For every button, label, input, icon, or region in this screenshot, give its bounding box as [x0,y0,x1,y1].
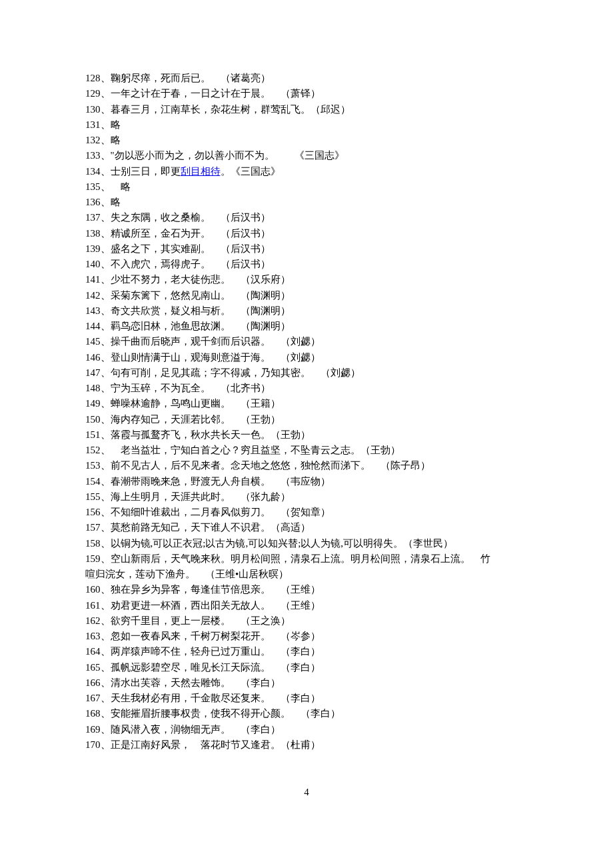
line-text: 一年之计在于春，一日之计在于晨。 （萧铎） [111,88,320,99]
line-number: 138 [85,228,101,239]
line-text: 劝君更进一杯酒，西出阳关无故人。 （王维） [111,600,320,611]
line-text: 以铜为镜,可以正衣冠;以古为镜,可以知兴替;以人为镜,可以明得失。（李世民） [111,538,454,549]
line-text: 欲穷千里目，更上一层楼。 （王之涣） [111,615,291,626]
text-line: 148、宁为玉碎，不为瓦全。 （北齐书） [85,381,528,396]
text-line: 147、句有可削，足见其疏；字不得减，乃知其密。 （刘勰） [85,365,528,381]
text-line: 141、少壮不努力，老大徒伤悲。 （汉乐府） [85,272,528,287]
text-line: 167、天生我材必有用，千金散尽还复来。 （李白） [85,691,528,706]
line-number: 170 [85,739,101,750]
line-number: 131 [85,119,101,130]
text-line: 162、欲穷千里目，更上一层楼。 （王之涣） [85,613,528,629]
text-line: 149、蝉噪林逾静，鸟鸣山更幽。 （王籍） [85,396,528,411]
text-line: 145、操千曲而后晓声，观千剑而后识器。 （刘勰） [85,334,528,349]
line-text: 句有可削，足见其疏；字不得减，乃知其密。 （刘勰） [111,367,360,378]
line-text: 落霞与孤鹜齐飞，秋水共长天一色。（王勃） [111,429,310,440]
line-text: 鞠躬尽瘁，死而后已。 （诸葛亮） [111,73,271,83]
line-text: 略 [111,135,121,145]
line-number: 137 [85,212,101,223]
line-number: 161 [85,600,101,611]
line-number: 147 [85,367,101,378]
document-page: 128、鞠躬尽瘁，死而后已。 （诸葛亮）129、一年之计在于春，一日之计在于晨。… [0,0,613,827]
line-number: 142 [85,290,101,301]
text-line: 163、忽如一夜春风来，千树万树梨花开。 （岑参） [85,629,528,644]
text-line: 143、奇文共欣赏，疑义相与析。 （陶渊明） [85,303,528,319]
text-line: 喧归浣女，莲动下渔舟。 （王维•山居秋暝） [85,567,528,582]
line-text-pre: 士别三日，即更 [111,166,181,177]
text-line: 156、不知细叶谁裁出，二月春风似剪刀。 （贺知章） [85,505,528,520]
line-number: 158 [85,538,101,549]
line-number: 145 [85,336,101,347]
line-number: 146 [85,352,101,363]
line-number: 160 [85,584,101,595]
line-text: 天生我材必有用，千金散尽还复来。 （李白） [111,693,320,703]
text-line: 129、一年之计在于春，一日之计在于晨。 （萧铎） [85,86,528,101]
line-text: 老当益壮，宁知白首之心？穷且益坚，不坠青云之志。（王勃） [111,445,400,455]
line-text: 海内存知己，天涯若比邻。 （王勃） [111,414,281,425]
text-line: 133、"勿以恶小而为之，勿以善小而不为。 《三国志》 [85,148,528,163]
line-number: 155 [85,491,101,502]
line-text: 盛名之下，其实难副。 （后汉书） [111,243,271,254]
line-number: 143 [85,305,101,316]
line-text: 正是江南好风景， 落花时节又逢君。（杜甫） [111,739,320,750]
line-text: 失之东隅，收之桑榆。 （后汉书） [111,212,271,223]
text-line: 137、失之东隅，收之桑榆。 （后汉书） [85,210,528,225]
line-number: 165 [85,662,101,673]
text-line: 161、劝君更进一杯酒，西出阳关无故人。 （王维） [85,598,528,613]
line-text: 蝉噪林逾静，鸟鸣山更幽。 （王籍） [111,398,281,409]
text-line: 139、盛名之下，其实难副。 （后汉书） [85,241,528,257]
text-line: 138、精诚所至，金石为开。 （后汉书） [85,226,528,241]
text-line: 131、略 [85,117,528,133]
line-text: 两岸猿声啼不住，轻舟已过万重山。 （李白） [111,646,320,657]
line-text: "勿以恶小而为之，勿以善小而不为。 《三国志》 [111,150,344,161]
line-number: 139 [85,243,101,254]
text-line: 151、落霞与孤鹜齐飞，秋水共长天一色。（王勃） [85,427,528,443]
line-number: 132 [85,135,101,145]
text-line: 150、海内存知己，天涯若比邻。 （王勃） [85,412,528,427]
text-line: 140、不入虎穴，焉得虎子。 （后汉书） [85,257,528,272]
line-number: 128 [85,73,101,83]
line-text: 春潮带雨晚来急，野渡无人舟自横。 （韦应物） [111,476,330,487]
line-text: 略 [111,181,131,192]
line-text: 少壮不努力，老大徒伤悲。 （汉乐府） [111,274,291,285]
line-number: 149 [85,398,101,409]
line-text: 奇文共欣赏，疑义相与析。 （陶渊明） [111,305,291,316]
line-number: 134 [85,166,101,177]
line-number: 154 [85,476,101,487]
line-number: 150 [85,414,101,425]
text-line: 165、孤帆远影碧空尽，唯见长江天际流。 （李白） [85,660,528,675]
text-line: 134、士别三日，即更刮目相待。《三国志》 [85,164,528,179]
line-text: 暮春三月，江南草长，杂花生树，群莺乱飞。（邱迟） [111,104,350,115]
line-text: 前不见古人，后不见来者。念天地之悠悠，独怆然而涕下。 （陈子昂） [111,460,430,471]
text-line: 168、安能摧眉折腰事权贵，使我不得开心颜。 （李白） [85,706,528,721]
text-line: 155、海上生明月，天涯共此时。 （张九龄） [85,489,528,505]
text-line: 146、登山则情满于山，观海则意溢于海。 （刘勰） [85,350,528,365]
line-number: 135 [85,181,101,192]
line-number: 151 [85,429,101,440]
line-text: 采菊东篱下，悠然见南山。 （陶渊明） [111,290,291,301]
line-text: 独在异乡为异客，每逢佳节倍思亲。 （王维） [111,584,320,595]
text-line: 130、暮春三月，江南草长，杂花生树，群莺乱飞。（邱迟） [85,102,528,117]
line-text: 随风潜入夜，润物细无声。 （李白） [111,724,281,735]
line-number: 148 [85,383,101,393]
line-number: 162 [85,615,101,626]
line-number: 157 [85,522,101,533]
text-line: 132、略 [85,133,528,148]
hyperlink[interactable]: 刮目相待 [181,166,221,177]
line-text: 略 [111,119,121,130]
text-line: 152、 老当益壮，宁知白首之心？穷且益坚，不坠青云之志。（王勃） [85,443,528,458]
text-line: 128、鞠躬尽瘁，死而后已。 （诸葛亮） [85,71,528,86]
line-number: 153 [85,460,101,471]
line-text: 略 [111,197,121,207]
line-number: 152 [85,445,101,455]
line-text-post: 。《三国志》 [221,166,281,177]
text-line: 160、独在异乡为异客，每逢佳节倍思亲。 （王维） [85,582,528,597]
line-text: 安能摧眉折腰事权贵，使我不得开心颜。 （李白） [111,708,340,719]
text-line: 144、羁鸟恋旧林，池鱼思故渊。 （陶渊明） [85,319,528,334]
line-number: 136 [85,197,101,207]
text-line: 153、前不见古人，后不见来者。念天地之悠悠，独怆然而涕下。 （陈子昂） [85,458,528,473]
text-line: 154、春潮带雨晚来急，野渡无人舟自横。 （韦应物） [85,474,528,489]
text-line: 159、空山新雨后，天气晚来秋。明月松间照，清泉石上流。明月松间照，清泉石上流。… [85,551,528,567]
content-body: 128、鞠躬尽瘁，死而后已。 （诸葛亮）129、一年之计在于春，一日之计在于晨。… [85,71,528,753]
line-number: 169 [85,724,101,735]
line-text: 登山则情满于山，观海则意溢于海。 （刘勰） [111,352,320,363]
